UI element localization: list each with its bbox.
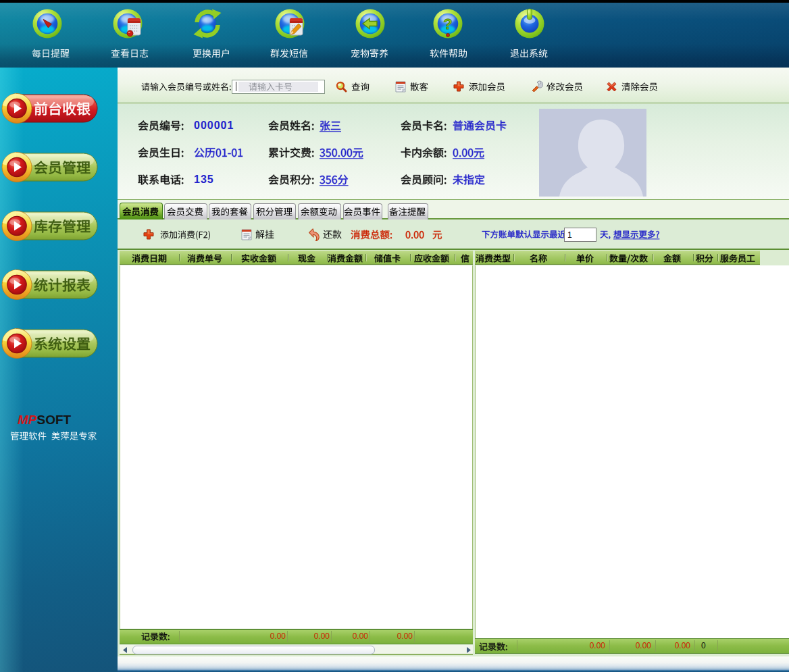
svg-text:?: ? xyxy=(443,16,452,32)
